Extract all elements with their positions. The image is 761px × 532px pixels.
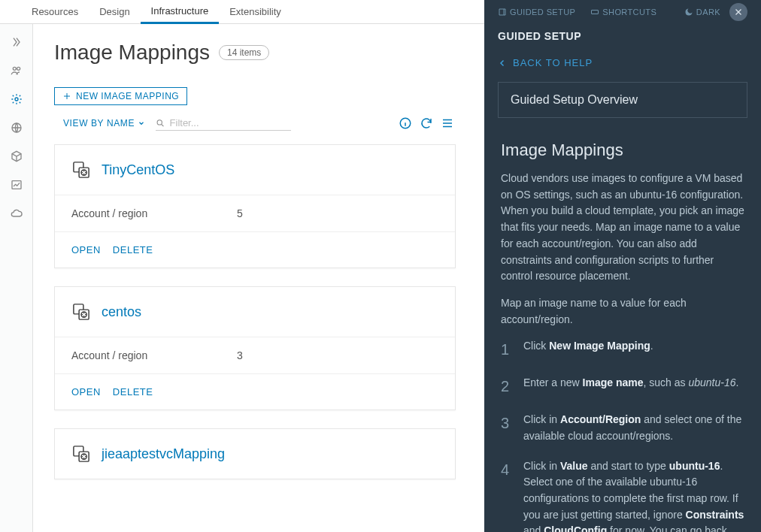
delete-button[interactable]: DELETE [113,244,153,255]
keyboard-icon [590,8,599,17]
book-icon [498,8,507,17]
account-region-count: 5 [237,207,243,219]
help-step: 1Click New Image Mapping. [501,338,744,361]
list-view-icon[interactable] [441,116,454,130]
back-to-help-link[interactable]: BACK TO HELP [484,50,761,76]
moon-icon [684,8,693,17]
cube-icon[interactable] [11,150,23,162]
view-by-label: VIEW BY NAME [63,118,135,128]
card-account-row: Account / region3 [55,337,455,373]
step-text: Click in Value and start to type ubuntu-… [523,458,744,532]
help-section-title: Image Mappings [501,138,744,163]
svg-rect-11 [79,310,89,319]
image-mapping-card: centosAccount / region3OPENDELETE [54,286,456,410]
close-icon [733,7,744,17]
chevron-left-icon [498,59,507,68]
step-number: 2 [501,375,514,398]
step-number: 1 [501,338,514,361]
expand-rail-icon[interactable] [11,36,23,48]
chevron-down-icon [138,119,145,127]
overview-box[interactable]: Guided Setup Overview [498,82,747,118]
users-icon[interactable] [11,65,23,77]
sidebar-rail [0,24,33,532]
help-tab-shortcuts[interactable]: SHORTCUTS [590,8,656,17]
view-by-dropdown[interactable]: VIEW BY NAME [63,118,145,128]
item-count-pill: 14 items [219,45,269,60]
delete-button[interactable]: DELETE [113,386,153,397]
help-step: 2Enter a new Image name, such as ubuntu-… [501,375,744,398]
filter-search[interactable] [156,116,291,131]
help-steps: 1Click New Image Mapping.2Enter a new Im… [501,338,744,532]
close-help-button[interactable] [729,3,747,21]
step-text: Enter a new Image name, such as ubuntu-1… [523,375,744,398]
help-intro: Cloud vendors use images to configure a … [501,171,744,285]
help-tab-guided-label: GUIDED SETUP [510,8,575,17]
svg-rect-16 [592,11,599,14]
new-image-mapping-label: NEW IMAGE MAPPING [76,91,179,101]
info-icon[interactable] [399,116,412,130]
account-region-count: 3 [237,349,243,361]
globe-icon[interactable] [11,122,23,134]
svg-point-1 [17,67,20,70]
svg-point-2 [15,98,18,101]
new-image-mapping-button[interactable]: NEW IMAGE MAPPING [54,87,187,105]
refresh-icon[interactable] [420,116,433,130]
help-tab-shortcuts-label: SHORTCUTS [602,8,656,17]
tab-design[interactable]: Design [89,0,140,24]
back-to-help-label: BACK TO HELP [513,57,593,68]
tab-extensibility[interactable]: Extensibility [219,0,292,24]
chart-icon[interactable] [11,179,23,191]
svg-point-0 [13,67,16,70]
open-button[interactable]: OPEN [71,386,101,397]
card-title-link[interactable]: jieaaptestvcMapping [102,446,225,462]
card-account-row: Account / region5 [55,195,455,231]
dark-mode-label: DARK [696,8,720,17]
account-region-label: Account / region [71,349,237,361]
search-icon [156,118,165,128]
step-text: Click in Account/Region and select one o… [523,412,744,444]
tab-infrastructure[interactable]: Infrastructure [141,0,220,24]
card-title-link[interactable]: centos [102,304,141,320]
plus-icon [62,92,71,101]
step-text: Click New Image Mapping. [523,338,744,361]
help-tab-guided[interactable]: GUIDED SETUP [498,8,575,17]
image-mapping-card: TinyCentOSAccount / region5OPENDELETE [54,144,456,268]
tab-resources[interactable]: Resources [21,0,89,24]
step-number: 4 [501,458,514,532]
cards-container[interactable]: TinyCentOSAccount / region5OPENDELETEcen… [54,144,463,532]
help-step: 3Click in Account/Region and select one … [501,412,744,444]
page-title: Image Mappings [54,41,210,65]
image-icon [71,444,91,464]
dark-mode-toggle[interactable]: DARK [684,8,720,17]
svg-point-5 [157,119,162,124]
card-title-link[interactable]: TinyCentOS [102,162,174,178]
account-region-label: Account / region [71,207,237,219]
guided-setup-title: GUIDED SETUP [484,24,761,50]
main-content: Image Mappings 14 items NEW IMAGE MAPPIN… [33,24,484,532]
filter-input[interactable] [170,117,291,128]
image-mapping-card: jieaaptestvcMapping [54,428,456,479]
gear-icon[interactable] [11,93,23,105]
svg-rect-8 [79,168,89,177]
image-icon [71,160,91,180]
help-panel: GUIDED SETUP SHORTCUTS DARK GUIDED SETUP… [484,24,761,532]
step-number: 3 [501,412,514,444]
cloud-icon[interactable] [11,207,23,219]
help-intro-2: Map an image name to a value for each ac… [501,295,744,328]
image-icon [71,302,91,322]
help-step: 4Click in Value and start to type ubuntu… [501,458,744,532]
open-button[interactable]: OPEN [71,244,101,255]
svg-rect-14 [79,452,89,461]
